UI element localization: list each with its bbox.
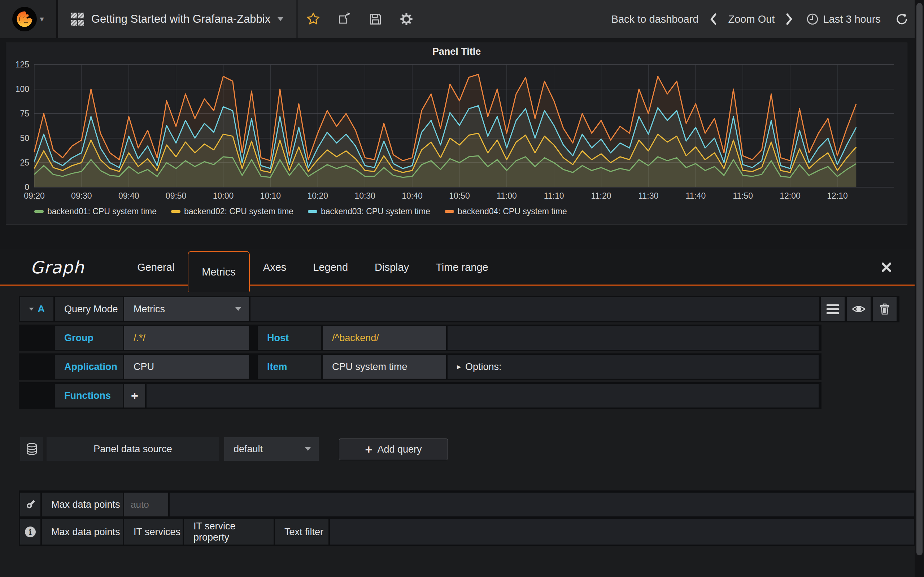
add-function-button[interactable]: + xyxy=(124,384,145,408)
svg-text:0: 0 xyxy=(24,182,29,192)
graph-panel: Panel Title 09:2009:3009:4009:5010:0010:… xyxy=(6,43,908,225)
query-ref-toggle[interactable]: A xyxy=(20,297,53,321)
gear-icon xyxy=(399,12,414,26)
tab-metrics[interactable]: Metrics xyxy=(188,251,249,292)
svg-text:10:10: 10:10 xyxy=(260,191,281,200)
query-delete-button[interactable] xyxy=(873,297,897,321)
back-to-dashboard-button[interactable]: Back to dashboard xyxy=(606,13,704,25)
tab-time-range[interactable]: Time range xyxy=(422,249,502,285)
legend-item[interactable]: backend01: CPU system time xyxy=(34,206,157,216)
info-cell-max-data-points[interactable]: Max data points xyxy=(42,519,123,545)
share-button[interactable] xyxy=(329,0,360,38)
svg-text:100: 100 xyxy=(16,84,29,94)
svg-text:12:10: 12:10 xyxy=(827,191,848,200)
tab-axes[interactable]: Axes xyxy=(250,249,300,285)
item-value-input[interactable]: CPU system time xyxy=(323,355,446,379)
legend-label: backend03: CPU system time xyxy=(321,206,430,216)
chevron-right-icon[interactable] xyxy=(785,13,794,25)
svg-text:11:00: 11:00 xyxy=(497,191,517,200)
tab-legend[interactable]: Legend xyxy=(300,249,361,285)
query-row-filler xyxy=(147,384,819,408)
time-range-label: Last 3 hours xyxy=(823,13,881,25)
host-value-input[interactable]: /^backend/ xyxy=(323,326,446,350)
tabbar-accent-line xyxy=(0,285,924,285)
svg-text:11:50: 11:50 xyxy=(733,191,753,200)
svg-text:50: 50 xyxy=(20,134,29,143)
svg-text:25: 25 xyxy=(20,158,29,167)
panel-title[interactable]: Panel Title xyxy=(6,43,907,60)
svg-text:10:40: 10:40 xyxy=(402,191,423,200)
caret-down-icon: ▾ xyxy=(40,15,44,24)
info-cell-text-filter[interactable]: Text filter xyxy=(275,519,328,545)
settings-button[interactable] xyxy=(391,0,422,38)
max-data-points-input[interactable] xyxy=(124,499,168,511)
plus-icon: + xyxy=(131,389,138,403)
refresh-icon[interactable] xyxy=(895,13,908,26)
query-mode-select[interactable]: Metrics xyxy=(124,297,249,321)
scrollbar-thumb[interactable] xyxy=(916,3,922,555)
panel-editor-header: Graph General Metrics Axes Legend Displa… xyxy=(0,249,924,285)
options-label: Options: xyxy=(465,361,502,372)
options-toggle[interactable]: ▸ Options: xyxy=(447,355,819,379)
dashboard-title-button[interactable]: Getting Started with Grafana-Zabbix xyxy=(58,0,298,38)
cpu-time-series-chart: 09:2009:3009:4009:5010:0010:1010:2010:30… xyxy=(6,60,907,205)
svg-text:10:30: 10:30 xyxy=(354,191,375,200)
svg-text:11:10: 11:10 xyxy=(544,191,564,200)
legend-label: backend02: CPU system time xyxy=(184,206,294,216)
svg-text:12:00: 12:00 xyxy=(780,191,801,200)
clock-icon xyxy=(806,13,819,25)
query-row-filler xyxy=(250,297,819,321)
time-range-picker[interactable]: Last 3 hours xyxy=(799,13,881,25)
item-label: Item xyxy=(258,355,321,379)
add-query-label: Add query xyxy=(377,444,422,455)
plus-icon: + xyxy=(365,443,373,456)
legend-item[interactable]: backend03: CPU system time xyxy=(308,206,430,216)
add-query-button[interactable]: + Add query xyxy=(339,438,448,460)
svg-text:10:50: 10:50 xyxy=(449,191,470,200)
star-button[interactable] xyxy=(298,0,329,38)
group-value-input[interactable]: /.*/ xyxy=(124,326,249,350)
top-navbar: ▾ Getting Started with Grafana-Zabbix xyxy=(0,0,924,38)
max-data-points-label: Max data points xyxy=(42,493,123,516)
legend-item[interactable]: backend04: CPU system time xyxy=(445,206,567,216)
panel-datasource-select[interactable]: default xyxy=(224,437,319,461)
legend-item[interactable]: backend02: CPU system time xyxy=(171,206,294,216)
svg-text:10:00: 10:00 xyxy=(213,191,234,200)
query-row-filler xyxy=(447,326,819,350)
options-expand-icon: ▸ xyxy=(457,362,461,371)
svg-text:09:50: 09:50 xyxy=(166,191,187,200)
close-icon[interactable] xyxy=(880,261,893,274)
database-icon xyxy=(25,442,39,456)
info-cell-it-services[interactable]: IT services xyxy=(124,519,183,545)
metrics-tab-content: A Query Mode Metrics Group /.* xyxy=(0,285,924,577)
legend-swatch xyxy=(308,210,317,213)
share-icon xyxy=(337,12,352,26)
svg-text:09:30: 09:30 xyxy=(71,191,92,200)
caret-down-icon xyxy=(29,308,34,311)
tab-general[interactable]: General xyxy=(124,249,188,285)
grafana-menu-button[interactable]: ▾ xyxy=(0,0,58,38)
chevron-left-icon[interactable] xyxy=(709,13,718,25)
info-cell-it-service-property[interactable]: IT service property xyxy=(184,519,274,545)
svg-text:10:20: 10:20 xyxy=(307,191,328,200)
save-button[interactable] xyxy=(360,0,391,38)
max-data-points-input-cell[interactable] xyxy=(124,493,168,516)
legend-swatch xyxy=(34,210,44,213)
application-label: Application xyxy=(55,355,123,379)
svg-text:09:20: 09:20 xyxy=(24,191,45,200)
menu-icon xyxy=(827,305,839,314)
panel-datasource-value: default xyxy=(234,443,263,455)
legend-swatch xyxy=(171,210,181,213)
application-value-input[interactable]: CPU xyxy=(124,355,249,379)
bottom-row-filler xyxy=(170,493,914,516)
info-icon-cell: i xyxy=(20,519,40,545)
save-icon xyxy=(368,12,382,26)
tab-display[interactable]: Display xyxy=(361,249,422,285)
svg-text:125: 125 xyxy=(16,60,29,69)
caret-down-icon xyxy=(305,447,311,451)
query-toggle-visibility-button[interactable] xyxy=(847,297,871,321)
legend-label: backend01: CPU system time xyxy=(47,206,157,216)
query-menu-button[interactable] xyxy=(821,297,845,321)
zoom-out-button[interactable]: Zoom Out xyxy=(723,13,780,25)
caret-down-icon xyxy=(235,307,241,311)
